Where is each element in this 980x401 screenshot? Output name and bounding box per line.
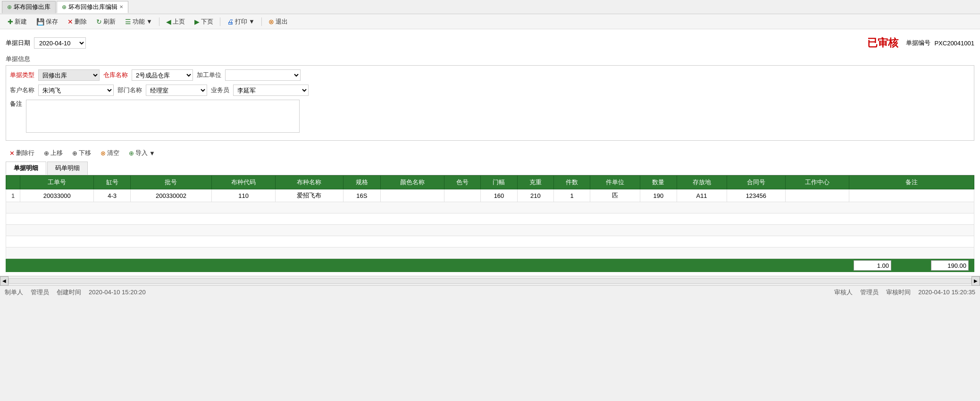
tab-label-1: 坏布回修出库 bbox=[14, 3, 50, 11]
table-footer bbox=[6, 259, 974, 272]
function-dropdown-icon: ▼ bbox=[146, 18, 152, 25]
save-icon: 💾 bbox=[36, 18, 44, 26]
new-button[interactable]: ✚ 新建 bbox=[4, 16, 31, 27]
col-work-center: 工作中心 bbox=[786, 176, 849, 189]
unit-select[interactable] bbox=[225, 69, 301, 81]
col-contract: 合同号 bbox=[727, 176, 786, 189]
pieces-total-input[interactable] bbox=[854, 260, 891, 271]
row-num: 1 bbox=[6, 189, 20, 202]
type-select[interactable]: 回修出库 bbox=[38, 69, 100, 81]
dept-label: 部门名称 bbox=[117, 86, 142, 94]
clear-button[interactable]: ⊗ 清空 bbox=[97, 147, 123, 159]
cell-note[interactable] bbox=[849, 189, 974, 202]
col-pieces: 件数 bbox=[553, 176, 590, 189]
cell-spec[interactable]: 16S bbox=[343, 189, 381, 202]
import-dropdown-icon: ▼ bbox=[149, 150, 155, 157]
tab-detail[interactable]: 单据明细 bbox=[6, 162, 46, 175]
cell-work-order[interactable]: 20033000 bbox=[20, 189, 94, 202]
refresh-button[interactable]: ↻ 刷新 bbox=[92, 16, 119, 27]
cell-fabric-code[interactable]: 110 bbox=[212, 189, 276, 202]
tab-hubufuhui[interactable]: ⊕ 坏布回修出库 bbox=[2, 1, 56, 13]
scroll-right-button[interactable]: ▶ bbox=[972, 276, 980, 286]
doc-no-value: PXC20041001 bbox=[934, 40, 974, 47]
cell-color-no[interactable] bbox=[444, 189, 481, 202]
tab-hubufuhui-edit[interactable]: ⊕ 坏布回修出库编辑 ✕ bbox=[57, 1, 128, 13]
cell-contract[interactable]: 123456 bbox=[727, 189, 786, 202]
tab-close-button[interactable]: ✕ bbox=[119, 4, 123, 9]
sub-toolbar: ✕ 删除行 ⊕ 上移 ⊕ 下移 ⊗ 清空 ⊕ 导入 ▼ bbox=[6, 145, 974, 162]
approved-by-value: 管理员 bbox=[860, 288, 879, 297]
note-textarea[interactable] bbox=[26, 100, 300, 133]
cell-batch[interactable]: 200330002 bbox=[130, 189, 211, 202]
delete-icon: ✕ bbox=[67, 18, 73, 26]
approved-by-label: 审核人 bbox=[834, 288, 853, 297]
section-title: 单据信息 bbox=[6, 53, 974, 65]
cell-vat[interactable]: 4-3 bbox=[94, 189, 130, 202]
staff-select[interactable]: 李延军 bbox=[233, 85, 309, 96]
function-button[interactable]: ☰ 功能 ▼ bbox=[121, 16, 156, 27]
cell-fabric-name[interactable]: 爱招飞布 bbox=[275, 189, 343, 202]
tab-label-2: 坏布回修出库编辑 bbox=[68, 3, 117, 11]
delete-button[interactable]: ✕ 删除 bbox=[64, 16, 91, 27]
scroll-track[interactable] bbox=[8, 278, 972, 284]
toolbar-sep-2 bbox=[220, 17, 220, 26]
qty-total-input[interactable] bbox=[931, 260, 969, 271]
table-header-row: 工单号 缸号 批号 布种代码 布种名称 规格 颜色名称 色号 门幅 克重 件数 … bbox=[6, 176, 974, 189]
cell-color-name[interactable] bbox=[381, 189, 444, 202]
form-row-2: 客户名称 朱鸿飞 部门名称 经理室 业务员 李延军 bbox=[10, 85, 970, 96]
next-button[interactable]: ▶ 下页 bbox=[191, 16, 217, 27]
save-button[interactable]: 💾 保存 bbox=[33, 16, 62, 27]
prev-icon: ◀ bbox=[166, 18, 171, 26]
created-time-label: 创建时间 bbox=[57, 288, 81, 297]
col-work-order: 工单号 bbox=[20, 176, 94, 189]
col-weight: 克重 bbox=[517, 176, 553, 189]
move-down-button[interactable]: ⊕ 下移 bbox=[68, 147, 95, 159]
warehouse-select[interactable]: 2号成品仓库 bbox=[132, 69, 193, 81]
customer-label: 客户名称 bbox=[10, 86, 34, 94]
prev-button[interactable]: ◀ 上页 bbox=[162, 16, 189, 27]
col-color-no: 色号 bbox=[444, 176, 481, 189]
tab-icon-2: ⊕ bbox=[62, 4, 67, 10]
print-dropdown-icon: ▼ bbox=[249, 18, 255, 25]
dept-select[interactable]: 经理室 bbox=[146, 85, 207, 96]
cell-pieces[interactable]: 1 bbox=[553, 189, 590, 202]
table-row: 1 20033000 4-3 200330002 110 爱招飞布 16S 16… bbox=[6, 189, 974, 202]
form-section: 单据类型 回修出库 仓库名称 2号成品仓库 加工单位 客户名称 朱鸿飞 部门名称… bbox=[6, 65, 974, 141]
function-icon: ☰ bbox=[125, 18, 131, 26]
audited-label: 已审核 bbox=[867, 36, 898, 50]
cell-work-center[interactable] bbox=[786, 189, 849, 202]
next-icon: ▶ bbox=[194, 18, 200, 26]
tab-code-detail[interactable]: 码单明细 bbox=[47, 162, 88, 175]
created-by-label: 制单人 bbox=[5, 288, 23, 297]
cell-unit[interactable]: 匹 bbox=[590, 189, 640, 202]
cell-weight[interactable]: 210 bbox=[517, 189, 553, 202]
empty-row-5 bbox=[6, 247, 974, 259]
move-up-icon: ⊕ bbox=[44, 150, 49, 157]
type-label: 单据类型 bbox=[10, 71, 34, 79]
note-label: 备注 bbox=[10, 100, 22, 108]
date-label: 单据日期 bbox=[6, 39, 30, 47]
refresh-icon: ↻ bbox=[96, 18, 102, 26]
customer-select[interactable]: 朱鸿飞 bbox=[38, 85, 114, 96]
cell-storage[interactable]: A11 bbox=[677, 189, 727, 202]
move-up-button[interactable]: ⊕ 上移 bbox=[40, 147, 67, 159]
table-container: 工单号 缸号 批号 布种代码 布种名称 规格 颜色名称 色号 门幅 克重 件数 … bbox=[6, 175, 974, 259]
bottom-scrollbar: ◀ ▶ bbox=[0, 276, 980, 285]
date-select[interactable]: 2020-04-10 bbox=[34, 37, 86, 49]
print-button[interactable]: 🖨 打印 ▼ bbox=[223, 16, 259, 27]
exit-button[interactable]: ⊗ 退出 bbox=[265, 16, 292, 27]
status-bar: 制单人 管理员 创建时间 2020-04-10 15:20:20 审核人 管理员… bbox=[0, 285, 980, 299]
unit-label: 加工单位 bbox=[197, 71, 221, 79]
col-color-name: 颜色名称 bbox=[381, 176, 444, 189]
cell-width[interactable]: 160 bbox=[481, 189, 517, 202]
delete-row-button[interactable]: ✕ 删除行 bbox=[6, 147, 38, 159]
warehouse-label: 仓库名称 bbox=[103, 71, 128, 79]
approved-time-label: 审核时间 bbox=[886, 288, 911, 297]
cell-qty[interactable]: 190 bbox=[640, 189, 677, 202]
created-by-value: 管理员 bbox=[31, 288, 49, 297]
import-button[interactable]: ⊕ 导入 ▼ bbox=[125, 147, 159, 159]
new-icon: ✚ bbox=[8, 18, 13, 26]
detail-tab-bar: 单据明细 码单明细 bbox=[6, 162, 974, 175]
col-spec: 规格 bbox=[343, 176, 381, 189]
scroll-left-button[interactable]: ◀ bbox=[0, 276, 8, 286]
